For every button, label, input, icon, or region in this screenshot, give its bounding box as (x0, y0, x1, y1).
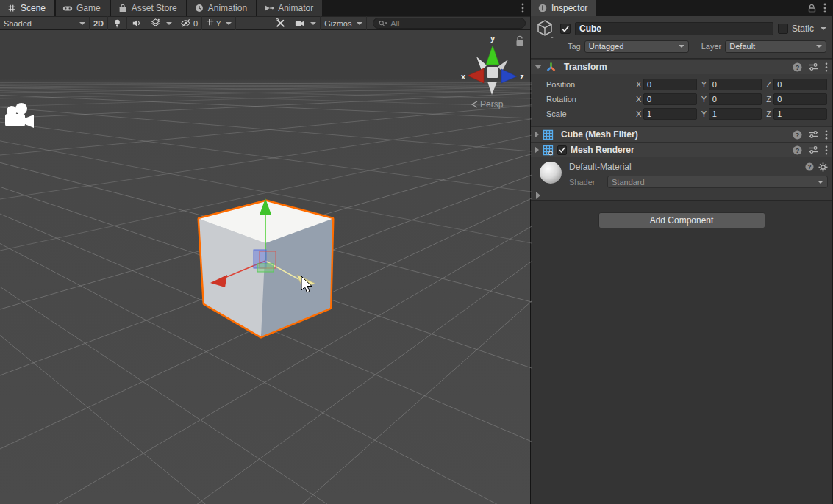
inspector-lock-icon[interactable] (808, 4, 816, 13)
static-dropdown-icon[interactable] (821, 27, 826, 30)
tab-animator[interactable]: Animator (257, 0, 322, 16)
scene-audio-button[interactable] (127, 16, 146, 30)
grid-visibility-button[interactable]: Y (202, 16, 236, 30)
camera-gizmo-icon[interactable] (5, 103, 34, 128)
transform-title: Transform (564, 62, 607, 72)
video-camera-icon (294, 18, 305, 29)
scale-z-field[interactable]: 1 (773, 108, 827, 120)
search-input[interactable] (390, 19, 521, 28)
help-icon[interactable]: ? (793, 145, 802, 155)
material-preview-sphere[interactable] (540, 162, 562, 184)
layer-value: Default (729, 42, 755, 51)
tab-scene[interactable]: Scene (0, 0, 54, 16)
chevron-down-icon (357, 22, 362, 25)
grid-icon (206, 18, 217, 29)
add-component-button[interactable]: Add Component (598, 212, 765, 228)
inspector-footer: Add Component (531, 200, 832, 504)
scene-camera-settings-button[interactable] (290, 16, 321, 30)
help-icon[interactable]: ? (793, 62, 802, 72)
persp-label: Persp (480, 99, 504, 109)
foldout-closed-icon (536, 192, 540, 199)
persp-toggle[interactable]: Persp (472, 99, 504, 109)
chevron-down-icon (679, 45, 684, 48)
gizmos-dropdown[interactable]: Gizmos (321, 16, 367, 30)
foldout-closed-icon[interactable] (535, 131, 539, 138)
svg-text:?: ? (796, 146, 800, 154)
foldout-closed-icon[interactable] (535, 146, 539, 154)
toggle-2d-label: 2D (93, 19, 104, 28)
shopping-bag-icon (118, 3, 128, 13)
mesh-filter-title: Cube (Mesh Filter) (561, 129, 638, 140)
active-checkbox[interactable] (560, 24, 571, 34)
material-foldout[interactable] (531, 191, 832, 200)
shader-dropdown[interactable]: Standard (607, 176, 828, 188)
scene-lock-icon[interactable] (517, 37, 523, 46)
rotation-row: Rotation X 0 Y 0 Z 0 (535, 92, 829, 107)
rotation-y-field[interactable]: 0 (709, 93, 762, 105)
transform-tool-icon (546, 62, 557, 73)
rotation-x-field[interactable]: 0 (643, 93, 697, 105)
presets-icon[interactable] (809, 145, 818, 154)
chevron-down-icon (166, 22, 172, 25)
scene-viewport[interactable]: y x z Persp (0, 30, 530, 504)
scene-effects-button[interactable] (146, 16, 176, 30)
rotation-z-field[interactable]: 0 (773, 93, 827, 105)
component-tools-button[interactable] (271, 16, 290, 30)
scale-row: Scale X 1 Y 1 Z 1 (535, 107, 829, 121)
position-x-field[interactable]: 0 (643, 79, 697, 90)
material-name: Default-Material (569, 162, 632, 172)
scene-lighting-button[interactable] (108, 16, 127, 30)
transform-header[interactable]: Transform ? (531, 59, 832, 74)
grid-axis-label: Y (216, 20, 221, 27)
tab-game[interactable]: Game (56, 0, 110, 16)
y-axis-cone[interactable] (486, 46, 499, 65)
inspector-body: Cube Static Tag Untagged Layer (531, 16, 832, 504)
mesh-renderer-header[interactable]: Mesh Renderer ? (531, 142, 832, 157)
gameobject-cube-icon[interactable] (534, 19, 556, 38)
foldout-open-icon[interactable] (535, 65, 542, 69)
toggle-2d-button[interactable]: 2D (90, 16, 108, 30)
position-y-field[interactable]: 0 (709, 79, 762, 90)
layer-dropdown[interactable]: Default (725, 40, 826, 53)
static-checkbox[interactable] (778, 24, 788, 34)
position-label: Position (535, 80, 636, 89)
mesh-filter-header[interactable]: Cube (Mesh Filter) ? (531, 126, 832, 142)
svg-text:?: ? (796, 63, 800, 71)
presets-icon[interactable] (809, 130, 818, 139)
scene-visibility-button[interactable]: 0 (176, 16, 202, 30)
help-icon[interactable]: ? (793, 130, 802, 140)
position-z-field[interactable]: 0 (773, 79, 827, 90)
tab-inspector[interactable]: Inspector (531, 0, 596, 16)
z-axis-cone[interactable] (501, 69, 517, 83)
tag-label: Tag (568, 42, 581, 51)
xz-plane-handle[interactable] (257, 264, 274, 272)
unity-editor-window: Scene Game Asset Store Animation (0, 0, 833, 504)
mesh-renderer-enabled-checkbox[interactable] (557, 145, 567, 155)
scene-grid-icon (7, 3, 17, 13)
help-icon[interactable]: ? (805, 162, 814, 171)
transform-component: Transform ? Pos (531, 59, 832, 126)
gizmo-center-cube[interactable] (487, 67, 498, 78)
x-axis-cone[interactable] (468, 68, 484, 83)
mesh-renderer-menu-icon[interactable] (825, 145, 828, 155)
transform-menu-icon[interactable] (825, 62, 828, 72)
mesh-filter-menu-icon[interactable] (825, 130, 828, 140)
draw-mode-dropdown[interactable]: Shaded (0, 16, 90, 30)
gear-icon[interactable] (818, 162, 828, 172)
mesh-renderer-title: Mesh Renderer (571, 145, 634, 155)
tab-asset-store[interactable]: Asset Store (111, 0, 186, 16)
scale-label: Scale (535, 109, 636, 118)
neg-axis-cone (476, 57, 487, 71)
tab-inspector-label: Inspector (551, 3, 587, 13)
scene-tabbar-menu-icon[interactable] (515, 0, 530, 16)
rotation-label: Rotation (535, 95, 636, 104)
scale-x-field[interactable]: 1 (643, 108, 697, 120)
tag-dropdown[interactable]: Untagged (584, 40, 689, 53)
scene-search[interactable] (373, 18, 526, 29)
inspector-menu-icon[interactable] (823, 3, 826, 13)
lightbulb-icon (112, 18, 123, 29)
gameobject-name-field[interactable]: Cube (575, 22, 773, 35)
presets-icon[interactable] (809, 62, 818, 71)
tab-animation[interactable]: Animation (187, 0, 256, 16)
scale-y-field[interactable]: 1 (709, 108, 762, 120)
